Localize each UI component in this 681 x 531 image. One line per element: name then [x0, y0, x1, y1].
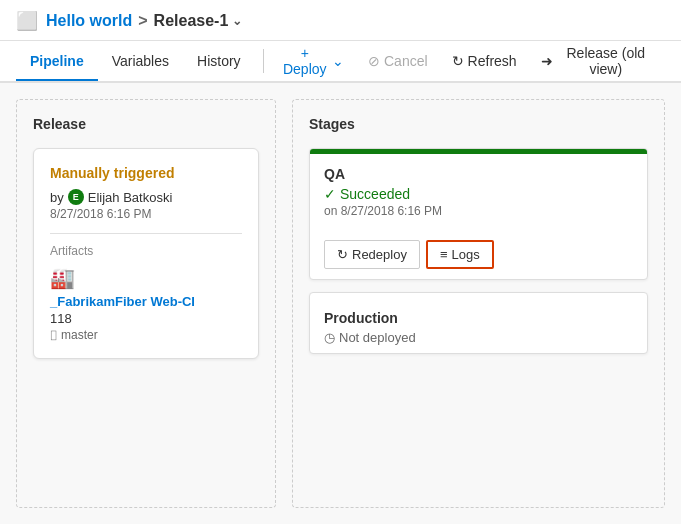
- deploy-dropdown-icon: ⌄: [332, 53, 344, 69]
- user-name[interactable]: Elijah Batkoski: [88, 190, 173, 205]
- stage-name-qa: QA: [324, 166, 633, 182]
- main-content: Release Manually triggered by E Elijah B…: [0, 83, 681, 524]
- breadcrumb-dropdown-icon[interactable]: ⌄: [232, 14, 242, 28]
- redeploy-label: Redeploy: [352, 247, 407, 262]
- stage-body-qa: QA ✓ Succeeded on 8/27/2018 6:16 PM: [310, 154, 647, 234]
- artifact-name[interactable]: _FabrikamFiber Web-CI: [50, 294, 242, 309]
- stages-panel: Stages QA ✓ Succeeded on 8/27/2018 6:16 …: [292, 99, 665, 508]
- stage-name-production: Production: [324, 310, 633, 326]
- logs-icon: ≡: [440, 247, 448, 262]
- old-view-label: Release (old view): [557, 45, 655, 77]
- cancel-button[interactable]: ⊘ Cancel: [358, 48, 438, 74]
- tab-variables[interactable]: Variables: [98, 43, 183, 81]
- release-timestamp: 8/27/2018 6:16 PM: [50, 207, 242, 221]
- redeploy-icon: ↻: [337, 247, 348, 262]
- stage-timestamp-qa: on 8/27/2018 6:16 PM: [324, 204, 633, 218]
- stages-panel-title: Stages: [309, 116, 648, 132]
- artifact-icon: 🏭: [50, 266, 242, 290]
- stage-actions-qa: ↻ Redeploy ≡ Logs: [310, 234, 647, 279]
- header: ⬜ Hello world > Release-1 ⌄: [0, 0, 681, 41]
- breadcrumb-current: Release-1 ⌄: [154, 12, 243, 30]
- release-panel-title: Release: [33, 116, 259, 132]
- cancel-label: Cancel: [384, 53, 428, 69]
- old-view-button[interactable]: ➜ Release (old view): [531, 40, 665, 82]
- breadcrumb: Hello world > Release-1 ⌄: [46, 12, 242, 30]
- not-deployed-status: ◷ Not deployed: [324, 330, 633, 345]
- artifact-version: 118: [50, 311, 242, 326]
- logs-label: Logs: [452, 247, 480, 262]
- by-text: by: [50, 190, 64, 205]
- tab-history[interactable]: History: [183, 43, 255, 81]
- status-icon-qa: ✓: [324, 186, 336, 202]
- trigger-title: Manually triggered: [50, 165, 242, 181]
- branch-name: master: [61, 328, 98, 342]
- deploy-button[interactable]: + Deploy ⌄: [272, 40, 354, 82]
- breadcrumb-parent[interactable]: Hello world: [46, 12, 132, 30]
- pending-icon: ◷: [324, 330, 335, 345]
- cancel-icon: ⊘: [368, 53, 380, 69]
- breadcrumb-separator: >: [138, 12, 147, 30]
- logs-button[interactable]: ≡ Logs: [426, 240, 494, 269]
- stage-card-qa: QA ✓ Succeeded on 8/27/2018 6:16 PM ↻ Re…: [309, 148, 648, 280]
- redeploy-button[interactable]: ↻ Redeploy: [324, 240, 420, 269]
- card-divider: [50, 233, 242, 234]
- refresh-label: Refresh: [468, 53, 517, 69]
- artifacts-label: Artifacts: [50, 244, 242, 258]
- by-line: by E Elijah Batkoski: [50, 189, 242, 205]
- toolbar-actions: + Deploy ⌄ ⊘ Cancel ↻ Refresh ➜ Release …: [272, 40, 665, 82]
- stage-body-production: Production ◷ Not deployed: [310, 298, 647, 353]
- artifact-branch: ⌷ master: [50, 328, 242, 342]
- old-view-icon: ➜: [541, 53, 553, 69]
- stage-card-production: Production ◷ Not deployed: [309, 292, 648, 354]
- tab-pipeline[interactable]: Pipeline: [16, 43, 98, 81]
- toolbar-divider: [263, 49, 264, 73]
- release-panel: Release Manually triggered by E Elijah B…: [16, 99, 276, 508]
- deploy-label: + Deploy: [282, 45, 328, 77]
- status-text-production: Not deployed: [339, 330, 416, 345]
- refresh-button[interactable]: ↻ Refresh: [442, 48, 527, 74]
- refresh-icon: ↻: [452, 53, 464, 69]
- release-card: Manually triggered by E Elijah Batkoski …: [33, 148, 259, 359]
- user-avatar: E: [68, 189, 84, 205]
- status-text-qa: Succeeded: [340, 186, 410, 202]
- stage-status-qa: ✓ Succeeded: [324, 186, 633, 202]
- toolbar: Pipeline Variables History + Deploy ⌄ ⊘ …: [0, 41, 681, 83]
- app-icon: ⬜: [16, 10, 38, 32]
- breadcrumb-current-label: Release-1: [154, 12, 229, 30]
- branch-icon: ⌷: [50, 328, 57, 342]
